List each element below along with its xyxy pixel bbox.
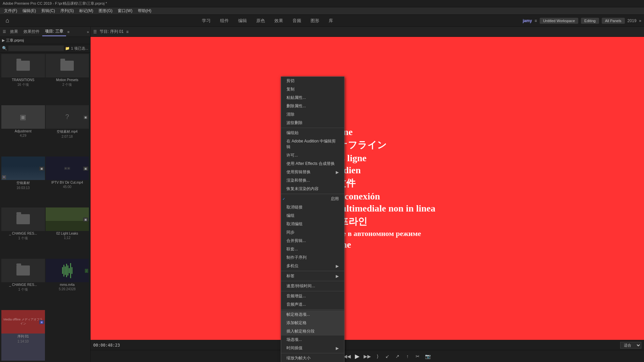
import-icon[interactable]: 📁: [65, 46, 70, 51]
list-item[interactable]: ▣ 02 Light Leaks 1;12: [46, 207, 89, 258]
ctx-ripple-delete[interactable]: 波纹删除: [281, 119, 344, 127]
panel-menu-icon[interactable]: ≡: [67, 30, 69, 34]
panel-expand-icon[interactable]: »: [87, 30, 89, 34]
ctx-make-subsequence[interactable]: 制作子序列: [281, 253, 344, 262]
editing-workspace[interactable]: Editing: [581, 18, 599, 24]
ctx-add-frame-hold[interactable]: 添加帧定格: [281, 319, 344, 327]
ctx-check-enable: ✓: [282, 197, 287, 201]
list-item[interactable]: ? ▣ 空镜素材.mp4 2:07:18: [46, 105, 89, 156]
ctx-separator-1: [281, 128, 344, 128]
all-panels-workspace[interactable]: All Panels: [602, 18, 625, 24]
ctx-arrow-2: ▶: [336, 264, 339, 268]
menu-sequence[interactable]: 序列(S): [58, 7, 76, 14]
home-icon[interactable]: ⌂: [3, 16, 12, 25]
ctx-edit-begin[interactable]: 编组始: [281, 129, 344, 137]
sequence-header: ☰ 节目: 序列 01 ≡: [91, 27, 644, 37]
fit-dropdown[interactable]: 适合 25% 50% 75% 100%: [620, 342, 641, 349]
lift-button[interactable]: ↑: [404, 352, 412, 360]
ctx-paste-attrs-label: 粘贴属性...: [286, 95, 306, 101]
nav-tab-edit[interactable]: 编辑: [236, 16, 249, 25]
ctx-ungroup[interactable]: 取消编组: [281, 220, 344, 228]
list-item[interactable]: ♪ mms.m4a 5:26:24328: [46, 259, 89, 309]
nav-tab-learn[interactable]: 学习: [200, 16, 213, 25]
ctx-merge[interactable]: 合并剪辑...: [281, 237, 344, 245]
ctx-cut[interactable]: 剪切: [281, 77, 344, 85]
ctx-cut-label: 剪切: [286, 78, 294, 84]
tab-project[interactable]: 项目: 三章: [42, 27, 66, 36]
ctx-clear[interactable]: 清除: [281, 110, 344, 119]
ctx-insert-frame-hold[interactable]: 插入帧定格分段: [281, 327, 344, 336]
ctx-remove-attrs-label: 删除属性...: [286, 103, 306, 109]
ctx-license[interactable]: 许可...: [281, 151, 344, 160]
more-workspaces-icon[interactable]: »: [639, 18, 641, 23]
ctx-enable[interactable]: ✓启用: [281, 195, 344, 203]
untitled-workspace[interactable]: Untitled Workspace: [540, 18, 578, 24]
ctx-time-interp[interactable]: 时间插值▶: [281, 344, 344, 352]
insert-button[interactable]: ↙: [383, 352, 391, 360]
list-item[interactable]: Media offline メディアオフライン ▣ 序列 01 1:14:10: [1, 310, 45, 361]
ctx-audition[interactable]: 在 Adobe Audition 中编辑剪辑: [281, 137, 344, 151]
video-badge4: ▣: [83, 218, 88, 222]
tab-effects[interactable]: 效果: [7, 27, 21, 36]
list-item[interactable]: TRANSITIONS 16 个项: [1, 54, 45, 105]
nav-tab-graphics[interactable]: 图形: [309, 16, 321, 25]
menu-mark[interactable]: 标记(M): [76, 7, 96, 14]
ctx-speed[interactable]: 速度/持续时间...: [281, 282, 344, 290]
ctx-restore[interactable]: 恢复未渲染的内容: [281, 185, 344, 193]
play-button[interactable]: ▶: [353, 352, 361, 360]
menu-window[interactable]: 窗口(W): [115, 7, 135, 14]
ctx-remove-attrs[interactable]: 删除属性...: [281, 102, 344, 110]
ctx-multicam[interactable]: 多机位▶: [281, 262, 344, 270]
overwrite-button[interactable]: ↗: [393, 352, 401, 360]
menu-edit[interactable]: 编辑(E): [20, 7, 39, 14]
menu-clip[interactable]: 剪辑(C): [39, 7, 58, 14]
nav-tab-audio[interactable]: 音频: [290, 16, 303, 25]
sequence-menu-icon[interactable]: ≡: [126, 29, 128, 34]
ctx-arrow-1: ▶: [336, 170, 339, 175]
ctx-render-replace[interactable]: 渲染和替换...: [281, 176, 344, 185]
ctx-label[interactable]: 标签▶: [281, 272, 344, 280]
search-icon: 🔍: [2, 46, 7, 51]
list-item[interactable]: ▣▣ ▣ IPTV BV Dir Cut.mp4 45:00: [46, 157, 89, 207]
ctx-clip-replace[interactable]: 使用剪辑替换▶: [281, 168, 344, 176]
timeline-icon: ≡: [2, 175, 6, 179]
ctx-unlink[interactable]: 取消链接: [281, 203, 344, 212]
top-nav: ⌂ 学习 组件 编辑 原色 效果 音频 图形 库 jamy ≡ Untitled…: [0, 15, 644, 27]
ctx-group[interactable]: 编组: [281, 212, 344, 220]
extract-button[interactable]: ✂: [414, 352, 422, 360]
ctx-field-options[interactable]: 场选项...: [281, 336, 344, 344]
list-item[interactable]: _ CHANGE RES... 1 个项: [1, 207, 45, 258]
seq-badge: ▣: [39, 320, 44, 324]
ctx-audio-channels[interactable]: 音频声道...: [281, 300, 344, 309]
list-item[interactable]: Motion Presets 2 个项: [46, 54, 89, 105]
step-forward-button[interactable]: ▶▶: [363, 352, 371, 360]
item-meta: 1:14:10: [1, 340, 45, 343]
tab-effect-controls[interactable]: 效果控件: [21, 27, 42, 36]
search-input[interactable]: [8, 46, 64, 51]
menu-help[interactable]: 帮助(H): [135, 7, 154, 14]
item-label: IPTV BV Dir Cut.mp4: [46, 180, 89, 185]
ctx-frame-hold[interactable]: 帧定格选项...: [281, 310, 344, 319]
video-badge2: ▣: [39, 167, 44, 171]
list-item[interactable]: ≡ ▣ 空镜素材 16:03:13: [1, 157, 45, 207]
go-to-out-button[interactable]: ⟩: [373, 352, 381, 360]
panel-toggle-icon[interactable]: ☰: [1, 29, 7, 34]
nav-tab-effects[interactable]: 效果: [272, 16, 285, 25]
list-item[interactable]: ▣ Adjustment 4;29: [1, 105, 45, 156]
ctx-scale-to-frame[interactable]: 缩放为帧大小: [281, 354, 344, 362]
ctx-audio-gain[interactable]: 音频增益...: [281, 292, 344, 300]
ctx-ae-replace[interactable]: 使用 After Effects 合成替换: [281, 160, 344, 168]
nav-tab-assembly[interactable]: 组件: [218, 16, 231, 25]
nav-tab-color[interactable]: 原色: [254, 16, 267, 25]
menu-graphics[interactable]: 图形(G): [96, 7, 115, 14]
ctx-nest[interactable]: 联套...: [281, 245, 344, 253]
year-label: 2019: [628, 18, 637, 23]
item-label: TRANSITIONS: [1, 77, 45, 82]
export-frame-button[interactable]: 📷: [424, 352, 432, 360]
list-item[interactable]: _ CHANGE RES... 1 个项: [1, 259, 45, 309]
menu-file[interactable]: 文件(F): [1, 7, 20, 14]
ctx-copy[interactable]: 复制: [281, 85, 344, 94]
nav-tab-library[interactable]: 库: [327, 16, 335, 25]
ctx-paste-attrs[interactable]: 粘贴属性...: [281, 94, 344, 102]
ctx-sync[interactable]: 同步: [281, 228, 344, 237]
